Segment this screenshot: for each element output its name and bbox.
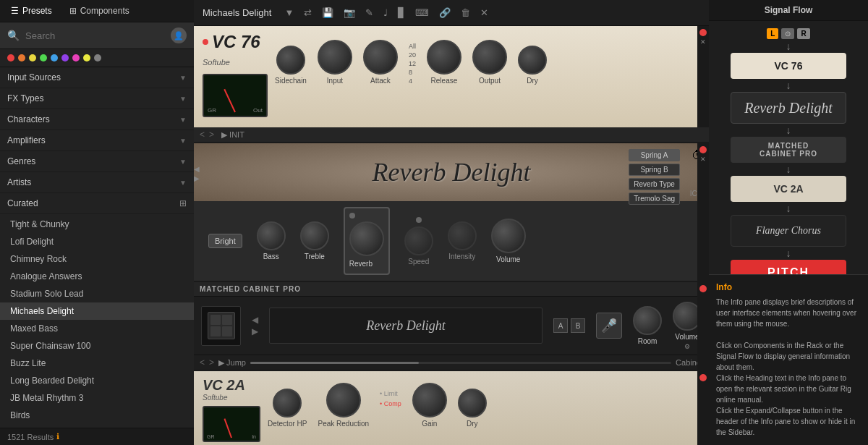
sf-r-btn[interactable]: R [797,28,809,39]
camera-btn[interactable]: 📷 [341,6,358,20]
sidebar-section-amplifiers[interactable]: Amplifiers ▼ [0,130,194,151]
vc76-next[interactable]: > [209,130,214,140]
sidebar-section-input-sources[interactable]: Input Sources ▼ [0,67,194,88]
sf-block-vc2a[interactable]: VC 2A [731,176,846,202]
color-dot-pink[interactable] [72,54,80,62]
trash-btn[interactable]: 🗑 [458,6,473,20]
color-dot-red[interactable] [7,54,14,62]
reverb-collapse-btn[interactable]: ✕ [700,156,706,163]
sidebar-section-genres[interactable]: Genres ▼ [0,151,194,172]
cabinet-next[interactable]: ▶ [252,326,258,336]
presets-tab[interactable]: ☰ Presets [7,4,56,17]
link-btn[interactable]: 🔗 [436,6,454,20]
preset-item-jb-metal[interactable]: JB Metal Rhythm 3 [0,389,194,407]
reverb-type-btn[interactable]: Reverb Type [629,178,680,190]
signal-flow-header: Signal Flow [709,0,868,21]
input-knob[interactable] [318,40,352,75]
color-dot-green[interactable] [40,54,47,62]
preset-item-birds[interactable]: Birds [0,407,194,424]
cabinet-prev[interactable]: ◀ [252,315,258,325]
close-btn[interactable]: ✕ [477,6,491,20]
color-dot-lightyellow[interactable] [83,54,90,62]
sf-m-btn[interactable]: ⊙ [781,28,794,39]
attack-knob[interactable] [363,40,398,75]
room-label: Room [638,337,658,345]
preset-item-tight-chunky[interactable]: Tight & Chunky [0,216,194,233]
preset-item-chimney[interactable]: Chimney Rock [0,250,194,268]
vc2a-dry-knob[interactable] [458,389,487,418]
edit-btn[interactable]: ✎ [362,6,376,20]
sf-block-matched-cabinet[interactable]: MATCHEDCABINET PRO [731,137,846,163]
vc76-collapse-btn[interactable]: ✕ [700,38,706,46]
speed-knob[interactable] [404,226,433,255]
vc76-power-btn[interactable] [699,29,707,36]
color-dot-purple[interactable] [61,54,69,62]
a-btn[interactable]: A [553,318,568,333]
treble-knob[interactable] [300,221,329,250]
b-btn[interactable]: B [571,318,585,333]
sf-block-flanger[interactable]: Flanger Chorus [731,215,846,247]
rack-title: Michaels Delight [203,7,271,18]
sidebar-section-characters[interactable]: Characters ▼ [0,109,194,130]
room-knob[interactable] [633,306,662,335]
spring-a-btn[interactable]: Spring A [629,149,680,161]
cabinet-nav-prev[interactable]: < [200,357,205,368]
peak-reduction-knob[interactable] [326,383,361,418]
preset-item-lofi[interactable]: Lofi Delight [0,233,194,250]
preset-item-analogue[interactable]: Analogue Answers [0,268,194,285]
sidebar-section-fx-types[interactable]: FX Types ▼ [0,88,194,109]
cabinet-power-btn[interactable] [699,285,707,292]
down-arrow-btn[interactable]: ▼ [281,6,297,20]
sidebar-section-artists[interactable]: Artists ▼ [0,172,194,193]
mic-icon[interactable]: 🎤 [596,313,622,339]
info-title[interactable]: Info [716,282,861,292]
release-knob[interactable] [427,40,461,75]
preset-item-long-bearded[interactable]: Long Bearded Delight [0,372,194,389]
sidebar-section-curated[interactable]: Curated ⊞ [0,193,194,214]
bright-btn[interactable]: Bright [208,234,242,248]
spring-b-btn[interactable]: Spring B [629,164,680,176]
preset-item-chainsaw[interactable]: Super Chainsaw 100 [0,337,194,355]
vc2a-power-btn[interactable] [699,374,707,381]
volume-knob[interactable] [491,219,526,253]
color-dot-orange[interactable] [18,54,25,62]
tune-btn[interactable]: ♩ [380,6,391,20]
gain-knob[interactable] [412,383,447,418]
search-input[interactable] [25,30,165,41]
preset-item-stadium[interactable]: Stadium Solo Lead [0,285,194,302]
sf-block-vc76[interactable]: VC 76 [731,53,846,79]
preset-item-maxed[interactable]: Maxed Bass [0,320,194,337]
sf-l-btn[interactable]: L [767,28,778,39]
reverb-expand-up[interactable]: ◀ [194,165,200,173]
detector-hp-knob[interactable] [273,389,302,418]
tremolo-sag-btn[interactable]: Tremolo Sag [629,192,680,205]
shuffle-btn[interactable]: ⇄ [301,6,315,20]
reverb-knob[interactable] [349,221,384,256]
sf-block-reverb-delight[interactable]: Reverb Delight [731,92,846,124]
color-dot-gray[interactable] [94,54,101,62]
components-tab[interactable]: ⊞ Components [66,4,133,17]
user-avatar[interactable]: 👤 [171,27,187,43]
reverb-power-indicator[interactable] [699,146,707,153]
cabinet-icon[interactable] [201,306,241,346]
save-btn[interactable]: 💾 [319,6,336,20]
preset-item-michaels[interactable]: Michaels Delight [0,302,194,320]
cabinet-nav-next[interactable]: > [209,357,214,368]
rack-content: VC 76 Softube GR Out [194,26,709,445]
cabinet-settings-icon[interactable]: ⚙ [684,343,690,350]
bars-btn[interactable]: ▊ [395,6,408,20]
bass-knob[interactable] [257,221,286,250]
color-dot-blue[interactable] [51,54,58,62]
dry-knob[interactable] [518,46,547,75]
preset-item-buzz[interactable]: Buzz Lite [0,355,194,372]
midi-btn[interactable]: ⌨ [412,6,432,20]
output-knob[interactable] [472,40,507,75]
sidechain-knob[interactable] [276,46,305,75]
sf-block-pitch[interactable]: PITCH [731,260,846,274]
reverb-expand-down[interactable]: ▶ [194,174,200,182]
reverb-power-btn[interactable] [349,213,355,219]
intensity-knob[interactable] [448,221,477,250]
vc76-prev[interactable]: < [200,130,205,140]
volume-label: Volume [496,255,520,263]
color-dot-yellow[interactable] [29,54,36,62]
